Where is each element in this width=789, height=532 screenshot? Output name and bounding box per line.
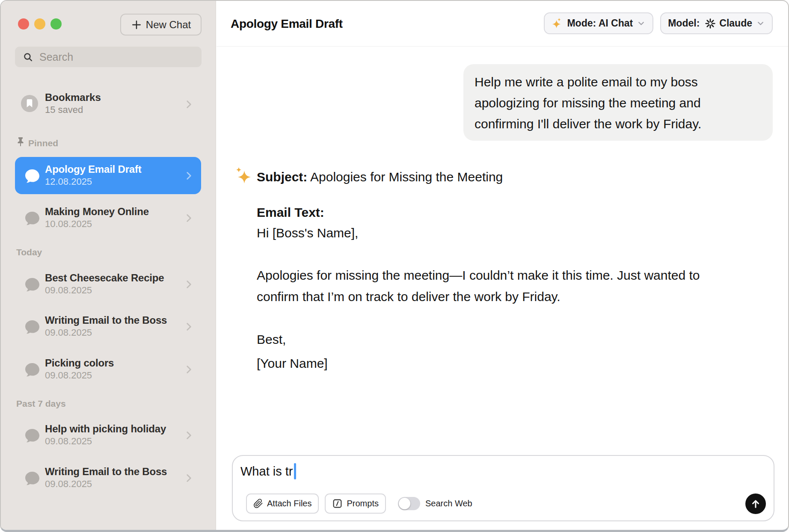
search-placeholder: Search [39, 51, 73, 63]
message-input[interactable]: What is tr [240, 463, 296, 479]
claude-logo-icon [705, 18, 716, 29]
sidebar-item-help-with-picking-holiday[interactable]: Help with picking holiday 09.08.2025 [15, 417, 201, 454]
search-web-label: Search Web [425, 499, 472, 508]
new-chat-label: New Chat [146, 19, 191, 31]
sidebar-item-best-cheesecake-recipe[interactable]: Best Cheesecake Recipe 09.08.2025 [15, 266, 201, 303]
chat-date: 09.08.2025 [45, 435, 92, 447]
ai-email-text-label: Email Text: [257, 202, 324, 223]
app-window: New Chat Search Bookmarks 15 saved Pinne… [0, 0, 789, 532]
ai-greeting: Hi [Boss's Name], [257, 223, 358, 243]
chat-bubble-icon [24, 168, 40, 183]
section-label-pinned: Pinned [28, 138, 58, 149]
chat-bubble-icon [24, 470, 40, 486]
slash-command-icon [332, 498, 343, 509]
model-dropdown[interactable]: Model: Claude [660, 12, 773, 34]
sparkle-icon [552, 18, 563, 29]
search-input[interactable]: Search [15, 47, 202, 67]
chat-title: Help with picking holiday [45, 423, 166, 435]
chevron-right-icon [183, 364, 194, 375]
search-icon [23, 52, 33, 62]
toggle-knob [399, 498, 410, 509]
zoom-window-button[interactable] [50, 18, 62, 30]
chat-date: 12.08.2025 [45, 176, 92, 188]
chat-title: Writing Email to the Boss [45, 466, 167, 478]
new-chat-button[interactable]: New Chat [120, 14, 202, 35]
chevron-right-icon [183, 99, 194, 110]
chat-date: 09.08.2025 [45, 327, 92, 339]
bookmark-icon [21, 95, 38, 112]
ai-subject-line: Subject: Apologies for Missing the Meeti… [257, 167, 503, 187]
minimize-window-button[interactable] [34, 18, 45, 30]
message-input-value: What is tr [240, 464, 293, 479]
chat-date: 10.08.2025 [45, 218, 92, 230]
chevron-right-icon [183, 473, 194, 484]
ai-body-line: confirm that I’m on track to deliver the… [257, 286, 700, 307]
chevron-down-icon [637, 19, 646, 28]
section-label-today: Today [16, 247, 42, 258]
mode-dropdown-label: Mode: AI Chat [567, 18, 633, 29]
subject-text: Apologies for Missing the Meeting [307, 170, 503, 184]
attach-files-button[interactable]: Attach Files [246, 494, 319, 514]
attach-files-label: Attach Files [267, 499, 311, 508]
ai-name-placeholder: [Your Name] [257, 353, 328, 374]
chat-title: Picking colors [45, 357, 114, 369]
subject-label: Subject: [257, 170, 307, 184]
text-cursor [294, 463, 296, 479]
ai-body-paragraph: Apologies for missing the meeting—I coul… [257, 265, 700, 307]
prompts-button[interactable]: Prompts [325, 494, 386, 514]
chevron-right-icon [183, 321, 194, 332]
message-composer[interactable]: What is tr Attach Files Prompts Search W… [232, 455, 774, 521]
section-label-past-7-days: Past 7 days [16, 398, 66, 409]
arrow-up-icon [750, 498, 761, 509]
chevron-down-icon [756, 19, 765, 28]
user-message-line: Help me write a polite email to my boss [475, 71, 761, 92]
user-message-line: apologizing for missing the meeting and [475, 92, 761, 113]
sidebar-item-bookmarks[interactable]: Bookmarks 15 saved [15, 92, 201, 117]
sidebar-item-apology-email-draft[interactable]: Apology Email Draft 12.08.2025 [15, 157, 201, 194]
chat-date: 09.08.2025 [45, 284, 92, 296]
ai-signoff: Best, [257, 329, 286, 350]
mode-dropdown[interactable]: Mode: AI Chat [544, 12, 653, 34]
ai-body-line: Apologies for missing the meeting—I coul… [257, 265, 700, 286]
page-title: Apology Email Draft [231, 17, 343, 31]
chevron-right-icon [183, 430, 194, 441]
sidebar-item-picking-colors[interactable]: Picking colors 09.08.2025 [15, 351, 201, 388]
search-web-toggle[interactable] [398, 497, 420, 510]
paperclip-icon [253, 499, 263, 508]
chevron-right-icon [183, 279, 194, 290]
prompts-label: Prompts [347, 499, 378, 508]
header-buttons: Mode: AI Chat Model: Claude [544, 12, 773, 34]
chat-date: 09.08.2025 [45, 478, 92, 490]
chat-title: Making Money Online [45, 206, 149, 218]
chat-bubble-icon [24, 210, 40, 226]
plus-icon [131, 19, 142, 30]
chat-bubble-icon [24, 319, 40, 334]
chevron-right-icon [183, 213, 194, 224]
chat-title: Writing Email to the Boss [45, 314, 167, 326]
user-message-line: confirming I'll deliver the work by Frid… [475, 113, 761, 134]
pin-icon [15, 137, 26, 148]
composer-controls: Attach Files Prompts Search Web [246, 494, 472, 514]
header-divider [217, 46, 788, 47]
chat-title: Best Cheesecake Recipe [45, 272, 164, 284]
chat-title: Apology Email Draft [45, 163, 142, 175]
chat-bubble-icon [24, 276, 40, 292]
chevron-right-icon [183, 170, 194, 181]
bookmarks-title: Bookmarks [45, 92, 101, 103]
close-window-button[interactable] [18, 18, 29, 30]
chat-date: 09.08.2025 [45, 369, 92, 381]
sidebar-item-writing-email-to-the-boss-2[interactable]: Writing Email to the Boss 09.08.2025 [15, 459, 201, 497]
sidebar: New Chat Search Bookmarks 15 saved Pinne… [1, 1, 216, 530]
model-dropdown-prefix: Model: [668, 18, 700, 29]
ai-sparkle-icon [234, 166, 252, 186]
model-dropdown-value: Claude [719, 18, 752, 29]
sidebar-item-writing-email-to-the-boss[interactable]: Writing Email to the Boss 09.08.2025 [15, 308, 201, 345]
user-message-bubble: Help me write a polite email to my boss … [463, 64, 773, 141]
chat-bubble-icon [24, 427, 40, 443]
sidebar-item-making-money-online[interactable]: Making Money Online 10.08.2025 [15, 199, 201, 236]
send-button[interactable] [745, 494, 766, 514]
bookmarks-count: 15 saved [45, 104, 83, 115]
chat-bubble-icon [24, 361, 40, 377]
